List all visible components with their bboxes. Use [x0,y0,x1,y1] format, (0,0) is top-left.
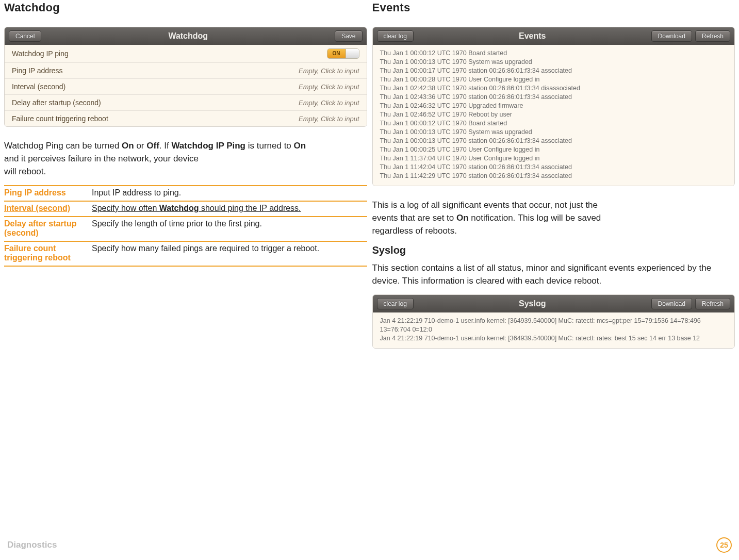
watchdog-rows: Watchdog IP pingONPing IP addressEmpty, … [5,45,367,126]
description-row: Ping IP addressInput IP address to ping. [4,185,367,201]
setting-label: Interval (second) [12,83,65,91]
description-value: Specify the length of time prior to the … [92,219,367,228]
setting-value[interactable]: Empty, Click to input [299,67,359,75]
download-button-syslog[interactable]: Download [651,298,692,309]
events-heading: Events [372,1,735,14]
description-row: Delay after startup (second)Specify the … [4,216,367,241]
setting-label: Delay after startup (second) [12,98,101,107]
refresh-button-syslog[interactable]: Refresh [695,298,730,309]
toggle-on[interactable]: ON [327,48,359,59]
log-line: Jan 4 21:22:19 710-demo-1 user.info kern… [380,334,728,343]
description-key: Delay after startup (second) [4,219,92,238]
setting-value[interactable]: Empty, Click to input [299,115,359,123]
watchdog-setting-row[interactable]: Ping IP addressEmpty, Click to input [5,62,367,78]
events-log: Thu Jan 1 00:00:12 UTC 1970 Board starte… [373,45,735,186]
log-line: Thu Jan 1 02:46:52 UTC 1970 Reboot by us… [380,110,728,119]
watchdog-setting-row[interactable]: Delay after startup (second)Empty, Click… [5,94,367,110]
log-line: Thu Jan 1 11:37:04 UTC 1970 User Configu… [380,154,728,163]
events-panel: clear log Events Download Refresh Thu Ja… [372,27,735,186]
syslog-description: This section contains a list of all stat… [372,261,735,287]
events-description: This is a log of all significant events … [372,199,735,237]
refresh-button[interactable]: Refresh [695,30,730,42]
description-key: Failure count triggering reboot [4,244,92,262]
watchdog-heading: Watchdog [4,1,367,14]
log-line: Thu Jan 1 00:00:13 UTC 1970 station 00:2… [380,137,728,145]
syslog-log: Jan 4 21:22:19 710-demo-1 user.info kern… [373,312,735,348]
syslog-panel: clear log Syslog Download Refresh Jan 4 … [372,294,735,349]
syslog-heading: Syslog [372,244,735,256]
log-line: Thu Jan 1 00:00:13 UTC 1970 System was u… [380,58,728,67]
log-line: Thu Jan 1 02:43:36 UTC 1970 station 00:2… [380,93,728,102]
setting-label: Watchdog IP ping [12,50,69,58]
log-line: Thu Jan 1 00:00:13 UTC 1970 System was u… [380,128,728,137]
setting-value[interactable]: Empty, Click to input [299,83,359,91]
panel-title-watchdog: Watchdog [41,31,335,41]
log-line: Thu Jan 1 00:00:12 UTC 1970 Board starte… [380,119,728,128]
log-line: Thu Jan 1 11:42:29 UTC 1970 station 00:2… [380,172,728,180]
log-line: Thu Jan 1 02:42:38 UTC 1970 station 00:2… [380,84,728,93]
setting-label: Failure count triggering reboot [12,114,108,123]
panel-title-syslog: Syslog [414,299,651,308]
description-key: Ping IP address [4,188,92,197]
description-value: Specify how many failed pings are requir… [92,244,367,253]
log-line: Thu Jan 1 02:46:32 UTC 1970 Upgraded fir… [380,102,728,110]
description-row: Interval (second)Specify how often Watch… [4,201,367,216]
cancel-button[interactable]: Cancel [9,30,41,42]
save-button[interactable]: Save [335,30,362,42]
clear-log-button[interactable]: clear log [377,30,414,42]
watchdog-setting-row[interactable]: Failure count triggering rebootEmpty, Cl… [5,110,367,126]
description-value: Specify how often Watchdog should ping t… [92,204,367,213]
log-line: Thu Jan 1 00:00:25 UTC 1970 User Configu… [380,145,728,154]
log-line: Jan 4 21:22:19 710-demo-1 user.info kern… [380,317,728,334]
watchdog-setting-row[interactable]: Interval (second)Empty, Click to input [5,78,367,94]
watchdog-description: Watchdog Ping can be turned On or Off. I… [4,139,367,178]
log-line: Thu Jan 1 00:00:12 UTC 1970 Board starte… [380,49,728,58]
watchdog-field-table: Ping IP addressInput IP address to ping.… [4,185,367,267]
setting-label: Ping IP address [12,67,63,75]
setting-value[interactable]: Empty, Click to input [299,99,359,107]
watchdog-panel: Cancel Watchdog Save Watchdog IP pingONP… [4,27,367,127]
download-button[interactable]: Download [651,30,692,42]
description-row: Failure count triggering rebootSpecify h… [4,241,367,267]
description-key: Interval (second) [4,204,92,213]
log-line: Thu Jan 1 11:42:04 UTC 1970 station 00:2… [380,163,728,172]
clear-log-button-syslog[interactable]: clear log [377,298,414,309]
log-line: Thu Jan 1 00:00:17 UTC 1970 station 00:2… [380,67,728,75]
watchdog-setting-row[interactable]: Watchdog IP pingON [5,45,367,62]
log-line: Thu Jan 1 00:00:28 UTC 1970 User Configu… [380,75,728,84]
description-value: Input IP address to ping. [92,188,367,197]
panel-title-events: Events [414,31,651,41]
